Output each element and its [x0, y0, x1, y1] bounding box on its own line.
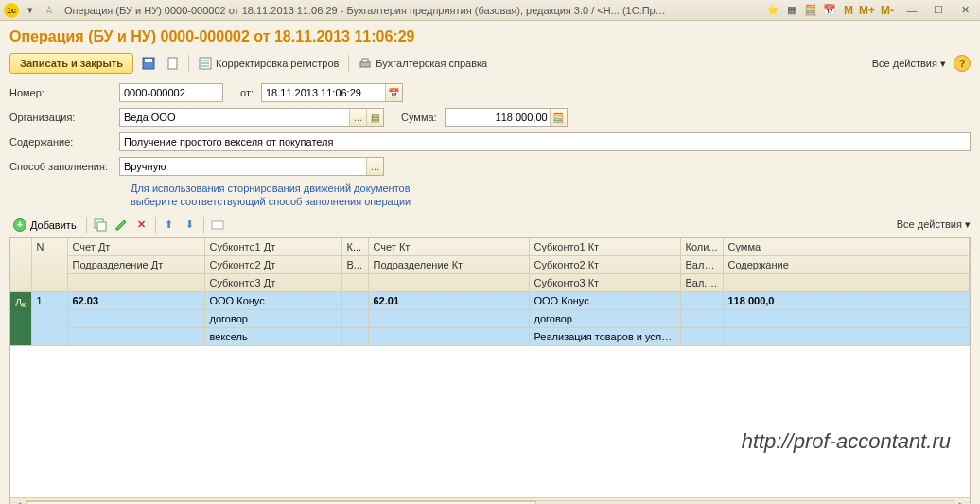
add-row-label: Добавить: [30, 219, 77, 231]
col-sub-kt3[interactable]: Субконто3 Кт: [529, 273, 680, 291]
m-button[interactable]: M: [841, 4, 856, 17]
delete-row-icon[interactable]: ✕: [134, 217, 149, 233]
col-k[interactable]: К...: [341, 238, 368, 256]
col-v[interactable]: В...: [341, 255, 368, 273]
close-icon[interactable]: ✕: [954, 3, 976, 18]
move-up-icon[interactable]: ⬆: [162, 217, 177, 233]
fill-method-input[interactable]: [119, 157, 384, 176]
move-down-icon[interactable]: ⬇: [183, 217, 198, 233]
fill-method-label: Способ заполнения:: [9, 161, 112, 172]
content-input[interactable]: [119, 132, 971, 151]
grid-empty-area: http://prof-accontant.ru: [10, 346, 970, 497]
org-open-icon[interactable]: ▤: [366, 109, 383, 126]
print-icon: [359, 57, 372, 70]
sum-label: Сумма:: [401, 112, 437, 123]
calendar-icon[interactable]: 📅: [822, 3, 837, 18]
cell-sub-dt2: договор: [204, 309, 341, 327]
scroll-right-icon[interactable]: ►: [954, 499, 970, 504]
memory-buttons: M M+ M-: [841, 4, 897, 17]
col-sub-kt1[interactable]: Субконто1 Кт: [529, 238, 680, 256]
favorite-icon[interactable]: ⭐: [765, 3, 780, 18]
table-row[interactable]: дк 1 62.03 ООО Конус 62.01 ООО Конус 118…: [10, 291, 970, 309]
cell-sub-dt1: ООО Конус: [204, 291, 341, 309]
registers-correction-label: Корректировка регистров: [216, 58, 339, 69]
row-marker-icon: дк: [16, 295, 26, 306]
col-val[interactable]: Вал. ...: [680, 273, 723, 291]
accounting-reference-button[interactable]: Бухгалтерская справка: [355, 55, 491, 72]
window-title: Операция (БУ и НУ) 0000-000002 от 18.11.…: [64, 5, 670, 16]
col-qty[interactable]: Коли...: [680, 238, 723, 256]
table-row[interactable]: вексель Реализация товаров и услуг ...: [10, 327, 970, 345]
from-label: от:: [240, 87, 254, 98]
save-and-close-button[interactable]: Записать и закрыть: [9, 53, 133, 74]
col-div-dt[interactable]: Подразделение Дт: [67, 255, 204, 273]
accounting-reference-label: Бухгалтерская справка: [376, 58, 487, 69]
save-icon[interactable]: [139, 54, 158, 73]
fill-method-select-icon[interactable]: …: [366, 158, 383, 175]
cell-sub-kt2: договор: [529, 309, 680, 327]
cell-n: 1: [31, 291, 67, 345]
number-label: Номер:: [9, 87, 112, 98]
col-n[interactable]: N: [31, 238, 67, 292]
calc-picker-icon[interactable]: 🧮: [550, 109, 567, 126]
window-titlebar: 1c ▾ ☆ Операция (БУ и НУ) 0000-000002 от…: [0, 0, 980, 21]
minimize-icon[interactable]: —: [901, 3, 923, 18]
cell-acc-dt: 62.03: [67, 291, 204, 309]
cell-sum: 118 000,0: [723, 291, 970, 309]
col-content[interactable]: Содержание: [723, 255, 970, 273]
cell-acc-kt: 62.01: [368, 291, 529, 309]
entries-grid: N Счет Дт Субконто1 Дт К... Счет Кт Субк…: [9, 237, 971, 504]
more-row-icon[interactable]: [210, 217, 225, 233]
scroll-left-icon[interactable]: ◄: [10, 499, 26, 504]
org-label: Организация:: [9, 112, 112, 123]
main-toolbar: Записать и закрыть Корректировка регистр…: [9, 53, 971, 74]
org-input[interactable]: [119, 108, 384, 127]
svg-rect-2: [168, 58, 177, 69]
calc-icon[interactable]: 🧮: [803, 3, 818, 18]
help-icon[interactable]: ?: [954, 55, 971, 72]
col-sum[interactable]: Сумма: [723, 238, 970, 256]
add-row-button[interactable]: + Добавить: [9, 217, 80, 234]
content-label: Содержание:: [9, 136, 112, 148]
m-minus-button[interactable]: M-: [878, 4, 897, 17]
svg-rect-11: [212, 221, 223, 229]
table-row[interactable]: договор договор: [10, 309, 970, 327]
svg-rect-10: [97, 222, 106, 231]
col-acc-dt[interactable]: Счет Дт: [67, 238, 204, 256]
org-select-icon[interactable]: …: [349, 109, 366, 126]
col-sub-dt3[interactable]: Субконто3 Дт: [204, 273, 341, 291]
watermark-url: http://prof-accontant.ru: [742, 429, 951, 454]
col-sub-dt1[interactable]: Субконто1 Дт: [204, 238, 341, 256]
col-sub-kt2[interactable]: Субконто2 Кт: [529, 255, 680, 273]
fill-method-hint: Для использования сторнирования движений…: [131, 182, 971, 209]
horizontal-scrollbar[interactable]: ◄ ►: [10, 497, 970, 504]
copy-row-icon[interactable]: [93, 217, 108, 233]
rows-toolbar: + Добавить ✕ ⬆ ⬇ Все действия ▾: [9, 217, 971, 234]
page-title: Операция (БУ и НУ) 0000-000002 от 18.11.…: [9, 28, 971, 45]
svg-rect-8: [362, 59, 368, 62]
m-plus-button[interactable]: M+: [856, 4, 878, 17]
col-sub-dt2[interactable]: Субконто2 Дт: [204, 255, 341, 273]
col-div-kt[interactable]: Подразделение Кт: [368, 255, 529, 273]
svg-rect-1: [145, 59, 152, 62]
rows-all-actions-dropdown[interactable]: Все действия ▾: [897, 218, 971, 230]
registers-correction-button[interactable]: Корректировка регистров: [195, 55, 342, 72]
document-icon[interactable]: [164, 54, 183, 73]
cell-sub-kt1: ООО Конус: [529, 291, 680, 309]
col-curr[interactable]: Валю...: [680, 255, 723, 273]
number-input[interactable]: [119, 83, 223, 102]
cell-sub-kt3: Реализация товаров и услуг ...: [529, 327, 680, 345]
dropdown-icon[interactable]: ▾: [23, 3, 38, 18]
calendar-picker-icon[interactable]: 📅: [385, 84, 402, 101]
grid-icon[interactable]: ▦: [784, 3, 799, 18]
maximize-icon[interactable]: ☐: [927, 3, 950, 18]
cell-sub-dt3: вексель: [204, 327, 341, 345]
scroll-track[interactable]: [26, 500, 954, 504]
col-acc-kt[interactable]: Счет Кт: [368, 238, 529, 256]
date-input[interactable]: [261, 83, 403, 102]
registers-icon: [199, 57, 212, 70]
all-actions-dropdown[interactable]: Все действия ▾: [872, 58, 946, 70]
plus-icon: +: [13, 218, 26, 232]
edit-row-icon[interactable]: [114, 217, 129, 233]
star-outline-icon[interactable]: ☆: [42, 3, 57, 18]
